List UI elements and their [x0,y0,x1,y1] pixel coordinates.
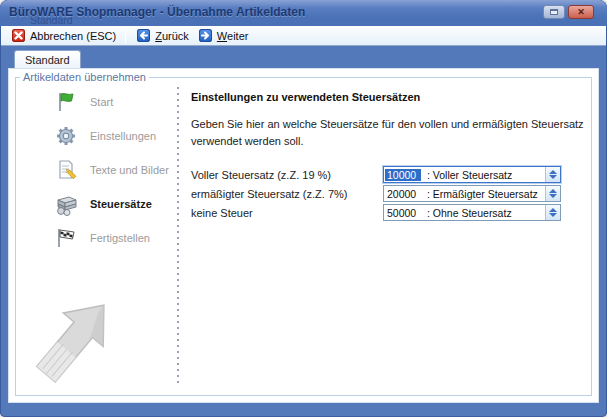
arrow-right-icon [199,29,212,42]
no-tax-label: keine Steuer [191,207,383,219]
nav-label-texte-bilder: Texte und Bilder [90,164,169,176]
window-controls: ✕ [543,5,594,19]
full-tax-spinner[interactable] [545,167,560,182]
next-button[interactable]: Weiter [194,28,254,43]
cancel-x-icon [12,29,25,42]
tab-strip: Standard [0,47,607,68]
full-tax-label: Voller Steuersatz (z.Z. 19 %) [191,169,383,181]
full-tax-combo[interactable]: 10000 : Voller Steuersatz [383,166,561,183]
close-button[interactable]: ✕ [568,5,594,19]
document-pencil-icon [53,157,79,183]
toolbar: Abbrechen (ESC) Zurück Weiter [1,26,606,46]
vertical-dotted-divider [177,87,179,385]
money-stack-icon [53,191,79,217]
content-description: Geben Sie hier an welche Steuersätze für… [191,116,607,150]
no-tax-spinner[interactable] [545,205,560,220]
groupbox-legend: Artikeldaten übernehmen [20,71,149,83]
back-label: Zurück [155,30,189,42]
app-window: Standard BüroWARE Shopmanager - Übernahm… [0,0,607,417]
back-button[interactable]: Zurück [132,28,194,43]
reduced-tax-text: : Ermäßigter Steuersatz [427,188,538,200]
cancel-label: Abbrechen (ESC) [30,30,116,42]
spin-down-icon [549,194,557,198]
reduced-tax-label: ermäßigter Steuersatz (z.Z. 7%) [191,188,383,200]
no-tax-combo[interactable]: 50000 : Ohne Steuersatz [383,204,561,221]
nav-label-steuersaetze: Steuersätze [90,198,152,210]
reduced-tax-combo[interactable]: 20000 : Ermäßigter Steuersatz [383,185,561,202]
arrow-watermark-icon [21,292,126,396]
restore-icon [550,9,558,15]
green-flag-icon [53,89,79,115]
content-heading: Einstellungen zu verwendeten Steuersätze… [191,91,576,103]
tax-fields: Voller Steuersatz (z.Z. 19 %) 10000 : Vo… [191,165,576,222]
tab-standard-label: Standard [25,54,70,66]
full-tax-value: 10000 [385,169,421,181]
reduced-tax-value: 20000 [385,188,421,200]
full-tax-text: : Voller Steuersatz [427,169,512,181]
nav-item-steuersaetze[interactable]: Steuersätze [53,187,183,221]
toolbar-separator [125,28,126,43]
tab-standard[interactable]: Standard [14,50,81,68]
arrow-left-icon [137,29,150,42]
restore-button[interactable] [543,5,565,19]
settings-content: Einstellungen zu verwendeten Steuersätze… [191,91,576,222]
nav-item-texte-bilder[interactable]: Texte und Bilder [53,153,183,187]
nav-label-fertigstellen: Fertigstellen [90,232,150,244]
nav-label-einstellungen: Einstellungen [90,130,156,142]
spin-up-icon [549,170,557,174]
spin-down-icon [549,213,557,217]
next-label: Weiter [217,30,249,42]
reduced-tax-spinner[interactable] [545,186,560,201]
no-tax-text: : Ohne Steuersatz [427,207,512,219]
wizard-nav: Start Einstellungen [53,85,183,255]
main-panel: Artikeldaten übernehmen Start [8,68,599,403]
spin-up-icon [549,189,557,193]
title-bar: Standard BüroWARE Shopmanager - Übernahm… [0,0,607,26]
cancel-button[interactable]: Abbrechen (ESC) [7,28,121,43]
field-row-reduced-tax: ermäßigter Steuersatz (z.Z. 7%) 20000 : … [191,184,576,203]
field-row-no-tax: keine Steuer 50000 : Ohne Steuersatz [191,203,576,222]
nav-label-start: Start [90,96,113,108]
spin-down-icon [549,175,557,179]
nav-item-fertigstellen[interactable]: Fertigstellen [53,221,183,255]
checkered-flag-icon [53,225,79,251]
window-title: BüroWARE Shopmanager - Übernahme Artikel… [9,5,305,19]
spin-up-icon [549,208,557,212]
nav-item-start[interactable]: Start [53,85,183,119]
gear-icon [53,123,79,149]
field-row-full-tax: Voller Steuersatz (z.Z. 19 %) 10000 : Vo… [191,165,576,184]
no-tax-value: 50000 [385,207,421,219]
nav-item-einstellungen[interactable]: Einstellungen [53,119,183,153]
close-icon: ✕ [577,8,585,17]
